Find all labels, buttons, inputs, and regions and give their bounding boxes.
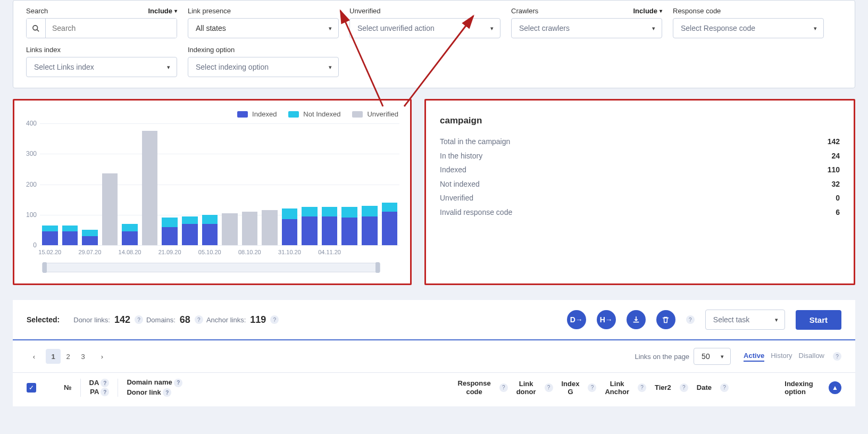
filter-unverified-label: Unverified <box>349 7 381 15</box>
response-code-select[interactable]: Select Response code <box>673 18 824 38</box>
tab-history[interactable]: History <box>771 352 792 362</box>
index-g-help-icon[interactable]: ? <box>588 383 596 392</box>
col-da-pa: DA ? PA ? <box>89 379 110 397</box>
chart-bar[interactable] <box>202 123 218 245</box>
col-link-anchor[interactable]: LinkAnchor <box>605 380 629 396</box>
link-presence-select[interactable]: All states <box>188 18 339 38</box>
pager-page[interactable]: 2 <box>61 349 76 364</box>
date-help-icon[interactable]: ? <box>720 383 729 392</box>
tier2-help-icon[interactable]: ? <box>680 383 688 392</box>
chart-bar[interactable] <box>102 123 118 245</box>
chart-bar[interactable] <box>242 123 258 245</box>
tab-disallow[interactable]: Disallow <box>799 352 824 362</box>
stat-help-icon[interactable]: ? <box>195 315 203 324</box>
col-link-donor[interactable]: Linkdonor <box>516 380 536 396</box>
filter-link-presence-group: Link presence All states <box>188 7 339 38</box>
stat-help-icon[interactable]: ? <box>135 315 143 324</box>
campaign-row-label: In the history <box>440 149 482 163</box>
pa-help-icon[interactable]: ? <box>101 388 109 396</box>
start-button[interactable]: Start <box>796 310 841 330</box>
selection-bar: Selected: Donor links:142?Domains:68?Anc… <box>13 300 855 340</box>
chart-bar[interactable] <box>341 123 357 245</box>
unverified-select[interactable]: Select unverified action <box>349 18 500 38</box>
col-date[interactable]: Date <box>697 383 712 391</box>
download-button[interactable] <box>627 310 646 329</box>
chart-bar[interactable] <box>382 123 398 245</box>
campaign-row: Not indexed32 <box>440 177 840 191</box>
indexing-option-select[interactable]: Select indexing option <box>188 57 339 77</box>
links-on-page-select[interactable]: 50 <box>694 348 731 365</box>
chart-bar[interactable] <box>142 123 158 245</box>
domain-help-icon[interactable]: ? <box>174 379 182 387</box>
col-domain-donor: Domain name ? Donor link ? <box>127 378 297 397</box>
filter-links-index-group: Links index Select Links index <box>26 46 177 77</box>
chart-xlabel: 14.08.20 <box>119 249 141 255</box>
chart-bar[interactable] <box>362 123 378 245</box>
pager-next[interactable]: › <box>95 349 110 364</box>
svg-line-1 <box>37 29 39 31</box>
chart-xlabel: 08.10.20 <box>238 249 261 255</box>
chart-bar[interactable] <box>282 123 298 245</box>
action-d-button[interactable]: D→ <box>567 310 586 329</box>
chart-bar[interactable] <box>162 123 178 245</box>
search-icon <box>27 19 46 38</box>
chart-bar[interactable] <box>122 123 138 245</box>
col-num[interactable]: № <box>64 383 72 391</box>
stat-label: Domains: <box>146 316 176 324</box>
donor-help-icon[interactable]: ? <box>163 388 171 397</box>
campaign-row-value: 142 <box>828 135 840 149</box>
legend-not-indexed: Not Indexed <box>303 110 340 118</box>
col-indexing-option[interactable]: Indexingoption <box>778 380 820 396</box>
da-help-icon[interactable]: ? <box>101 379 109 387</box>
search-input-wrap <box>26 18 177 38</box>
select-all-checkbox[interactable]: ✓ <box>27 383 36 393</box>
search-input[interactable] <box>46 19 177 38</box>
stat-help-icon[interactable]: ? <box>270 315 279 324</box>
filter-link-presence-label: Link presence <box>188 7 231 15</box>
campaign-title: campaign <box>440 115 840 126</box>
action-h-button[interactable]: H→ <box>597 310 616 329</box>
col-response-code[interactable]: Responsecode <box>458 379 491 396</box>
filters-row-2: Links index Select Links index Indexing … <box>26 46 842 77</box>
chart-bar[interactable] <box>62 123 78 245</box>
chart-bar[interactable] <box>82 123 98 245</box>
delete-button[interactable] <box>656 310 675 329</box>
task-select[interactable]: Select task <box>705 310 785 330</box>
filters-row-1: Search Include Link presence All states … <box>26 7 842 38</box>
campaign-row: Total in the campaign142 <box>440 135 840 149</box>
tab-active[interactable]: Active <box>744 352 764 362</box>
campaign-row: In the history24 <box>440 149 840 163</box>
chart-scrub[interactable] <box>42 263 380 272</box>
pager-page[interactable]: 1 <box>46 349 61 364</box>
chart-xlabel: 21.09.20 <box>158 249 181 255</box>
link-anchor-help-icon[interactable]: ? <box>638 383 646 392</box>
tabs-help-icon[interactable]: ? <box>833 352 841 361</box>
links-index-select[interactable]: Select Links index <box>26 57 177 77</box>
crawlers-select[interactable]: Select crawlers <box>511 18 662 38</box>
campaign-row-label: Total in the campaign <box>440 135 510 149</box>
pager-page[interactable]: 3 <box>76 349 90 364</box>
chart-bar[interactable] <box>322 123 338 245</box>
pager-prev[interactable]: ‹ <box>27 349 41 364</box>
campaign-row-value: 110 <box>828 163 840 177</box>
chart-xaxis: 15.02.2029.07.2014.08.2021.09.2005.10.20… <box>40 246 399 261</box>
chart-panel: Indexed Not Indexed Unverified 010020030… <box>13 99 412 285</box>
link-donor-help-icon[interactable]: ? <box>545 383 553 392</box>
links-on-page-label: Links on the page <box>635 353 689 361</box>
crawlers-include-toggle[interactable]: Include <box>633 7 662 15</box>
filter-crawlers-label: Crawlers <box>511 7 538 15</box>
stat-value: 119 <box>250 314 266 326</box>
search-include-toggle[interactable]: Include <box>148 7 177 15</box>
response-help-icon[interactable]: ? <box>499 383 508 392</box>
actions-help-icon[interactable]: ? <box>686 315 695 324</box>
chart-bar[interactable] <box>182 123 198 245</box>
chart-bar[interactable] <box>42 123 58 245</box>
col-tier2[interactable]: Tier2 <box>655 383 671 391</box>
col-index-g[interactable]: IndexG <box>562 380 580 396</box>
chart-bar[interactable] <box>222 123 238 245</box>
campaign-row-label: Invalid response code <box>440 205 512 220</box>
scroll-top-button[interactable]: ▲ <box>829 381 841 394</box>
chart-bar[interactable] <box>302 123 318 245</box>
chart-bar[interactable] <box>262 123 278 245</box>
filter-search-label: Search <box>26 7 48 15</box>
